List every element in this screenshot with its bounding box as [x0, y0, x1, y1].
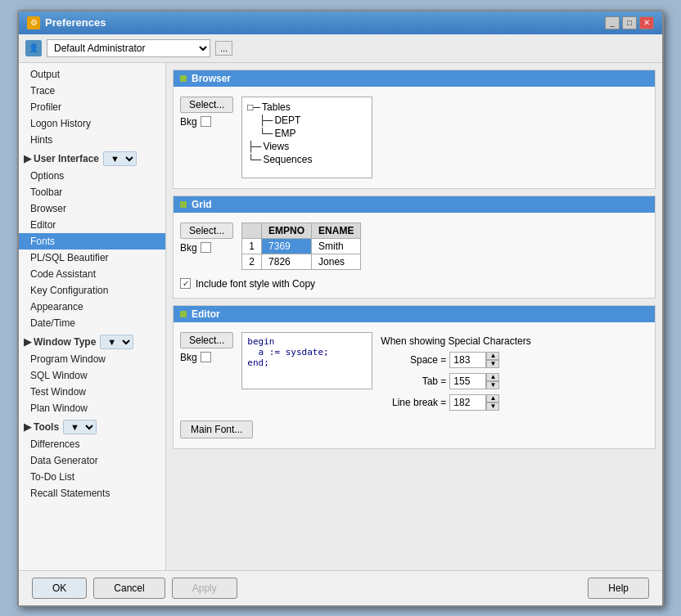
grid-section-header: Grid: [174, 196, 655, 213]
sidebar-item-key-configuration[interactable]: Key Configuration: [19, 282, 165, 299]
cancel-button[interactable]: Cancel: [93, 578, 165, 599]
group-label-ui: User Interface: [34, 153, 99, 164]
ui-group-dropdown[interactable]: ▼: [103, 151, 137, 166]
tab-spin-down[interactable]: ▼: [486, 381, 499, 389]
tab-spin-up[interactable]: ▲: [486, 373, 499, 381]
sidebar-item-output[interactable]: Output: [19, 66, 165, 83]
grid-bkg-checkbox[interactable]: [201, 242, 211, 253]
browser-dot: [180, 75, 187, 82]
special-chars-panel: When showing Special Characters Space = …: [381, 335, 530, 411]
tab-row: Tab = ▲ ▼: [381, 373, 530, 389]
grid-content: Select... Bkg EMPNO ENAME: [174, 218, 655, 275]
grid-header-label: Grid: [192, 199, 212, 210]
sidebar-item-appearance[interactable]: Appearance: [19, 299, 165, 315]
profile-select[interactable]: Default Administrator: [47, 39, 210, 57]
grid-cell-row1-num: 1: [242, 238, 262, 254]
tab-spin-buttons: ▲ ▼: [486, 373, 499, 389]
sidebar-item-plan-window[interactable]: Plan Window: [19, 400, 165, 416]
tab-input[interactable]: [449, 373, 486, 389]
grid-col-empty: [242, 223, 262, 238]
sidebar-group-user-interface[interactable]: ▶ User Interface ▼: [19, 148, 165, 168]
browser-section-header: Browser: [174, 70, 655, 87]
browser-bkg-checkbox[interactable]: [201, 116, 211, 127]
sidebar-item-hints[interactable]: Hints: [19, 132, 165, 148]
profile-more-button[interactable]: ...: [215, 41, 232, 56]
tree-item-views: ├─ Views: [247, 140, 367, 153]
tab-label: Tab =: [381, 375, 446, 387]
space-spin-down[interactable]: ▼: [486, 360, 499, 368]
grid-bkg-row: Bkg: [180, 242, 211, 254]
main-font-button[interactable]: Main Font...: [180, 420, 253, 438]
tree-prefix-tables: □─: [247, 101, 260, 113]
group-label-wt: Window Type: [34, 336, 96, 348]
sidebar-item-datetime[interactable]: Date/Time: [19, 315, 165, 331]
minimize-button[interactable]: _: [605, 16, 620, 29]
browser-select-button[interactable]: Select...: [180, 97, 233, 113]
sidebar-item-data-generator[interactable]: Data Generator: [19, 452, 165, 469]
sidebar-item-trace[interactable]: Trace: [19, 83, 165, 99]
editor-bkg-checkbox[interactable]: [201, 352, 211, 362]
maximize-button[interactable]: □: [622, 16, 637, 29]
wt-group-dropdown[interactable]: ▼: [100, 335, 133, 349]
sidebar-item-program-window[interactable]: Program Window: [19, 351, 165, 367]
browser-header-label: Browser: [192, 73, 231, 84]
editor-controls: Select... Bkg: [180, 332, 233, 363]
profile-icon: 👤: [25, 40, 42, 56]
linebreak-spin-down[interactable]: ▼: [486, 402, 499, 411]
grid-cell-row1-ename: Smith: [312, 238, 361, 254]
tree-label-dept: DEPT: [274, 115, 300, 126]
space-spin-up[interactable]: ▲: [486, 352, 499, 360]
sidebar-item-logon-history[interactable]: Logon History: [19, 115, 165, 132]
grid-select-button[interactable]: Select...: [180, 223, 233, 239]
sidebar-item-differences[interactable]: Differences: [19, 436, 165, 452]
sidebar-item-test-window[interactable]: Test Window: [19, 384, 165, 400]
grid-col-ename: ENAME: [312, 223, 361, 238]
include-font-label: Include font style with Copy: [196, 278, 315, 290]
sidebar: Output Trace Profiler Logon History Hint…: [19, 63, 166, 570]
title-buttons: _ □ ✕: [605, 16, 654, 29]
tree-item-sequences: └─ Sequences: [247, 153, 367, 166]
ok-button[interactable]: OK: [32, 578, 87, 599]
group-arrow-wt: ▶: [24, 336, 31, 348]
include-font-checkbox[interactable]: [180, 278, 191, 289]
tools-group-dropdown[interactable]: ▼: [63, 420, 97, 434]
special-chars-title: When showing Special Characters: [381, 335, 530, 347]
editor-header-label: Editor: [192, 308, 220, 320]
sidebar-item-editor[interactable]: Editor: [19, 217, 165, 233]
help-button[interactable]: Help: [588, 578, 649, 599]
dialog-footer: OK Cancel Apply Help: [19, 570, 662, 605]
group-arrow-ui: ▶: [24, 153, 31, 164]
sidebar-item-recall-statements[interactable]: Recall Statements: [19, 485, 165, 501]
sidebar-item-toolbar[interactable]: Toolbar: [19, 184, 165, 200]
browser-tree: □─ Tables ├─ DEPT └─ EMP ├─: [241, 97, 372, 178]
tree-prefix-views: ├─: [247, 141, 261, 152]
sidebar-item-sql-window[interactable]: SQL Window: [19, 367, 165, 384]
apply-button[interactable]: Apply: [172, 578, 237, 599]
main-content: Browser Select... Bkg □─ Tables: [166, 63, 662, 570]
sidebar-item-options[interactable]: Options: [19, 168, 165, 184]
sidebar-group-window-type[interactable]: ▶ Window Type ▼: [19, 331, 165, 351]
sidebar-item-profiler[interactable]: Profiler: [19, 99, 165, 115]
space-input[interactable]: [449, 352, 486, 368]
editor-select-button[interactable]: Select...: [180, 332, 233, 348]
sidebar-group-tools[interactable]: ▶ Tools ▼: [19, 416, 165, 436]
footer-left-buttons: OK Cancel Apply: [32, 578, 237, 599]
group-arrow-tools: ▶: [24, 421, 31, 433]
sidebar-item-fonts[interactable]: Fonts: [19, 233, 165, 250]
linebreak-spin-up[interactable]: ▲: [486, 394, 499, 402]
editor-section: Editor Select... Bkg begin a := sysdate;…: [173, 305, 656, 449]
grid-cell-row2-ename: Jones: [312, 254, 361, 269]
code-line-2: a := sysdate;: [247, 347, 367, 357]
linebreak-input[interactable]: [449, 394, 486, 411]
table-row: 2 7826 Jones: [242, 254, 361, 269]
sidebar-item-plsql-beautifier[interactable]: PL/SQL Beautifier: [19, 250, 165, 266]
sidebar-item-todo-list[interactable]: To-Do List: [19, 469, 165, 485]
preferences-dialog: ⚙ Preferences _ □ ✕ 👤 Default Administra…: [17, 10, 664, 607]
sidebar-item-code-assistant[interactable]: Code Assistant: [19, 266, 165, 282]
editor-content: Select... Bkg begin a := sysdate; end; W…: [174, 327, 655, 416]
tree-item-emp: └─ EMP: [247, 127, 367, 140]
sidebar-item-browser[interactable]: Browser: [19, 200, 165, 217]
close-button[interactable]: ✕: [639, 16, 654, 29]
grid-dot: [180, 201, 187, 208]
grid-table: EMPNO ENAME 1 7369 Smith 2: [241, 223, 361, 270]
